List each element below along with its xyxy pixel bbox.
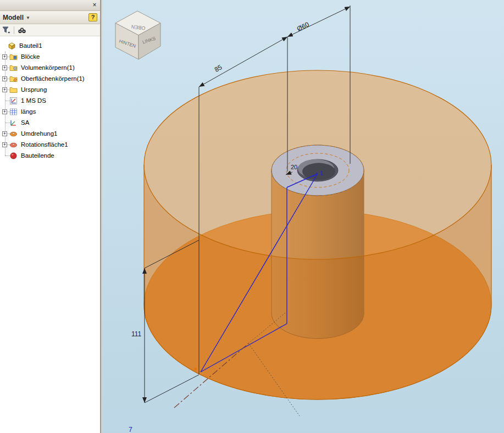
dimension-60-label[interactable]: Ø60: [296, 20, 311, 33]
expand-plus-icon[interactable]: +: [2, 76, 7, 81]
tree-item-label: Ursprung: [20, 86, 48, 93]
viewport-scene: OBEN HINTEN LINKS: [102, 0, 504, 433]
tree-item-label: Bauteilende: [20, 152, 56, 159]
sketch-grid-icon: [9, 108, 18, 116]
expand-plus-icon[interactable]: +: [2, 109, 7, 114]
dimension-85-label[interactable]: 85: [213, 63, 224, 74]
tree-item-ursprung[interactable]: + Ursprung: [0, 84, 100, 95]
tree-item-bauteil1[interactable]: Bauteil1: [0, 40, 100, 51]
tree-item-label: längs: [20, 108, 37, 115]
sketch-icon: [9, 97, 18, 105]
tree-item-label: Blöcke: [20, 53, 41, 60]
model-browser-panel: × Modell ▼ ? Bauteil1: [0, 0, 101, 433]
tree-item-label: SA: [20, 119, 30, 126]
surface-bodies-folder-icon: [9, 75, 18, 83]
revolve-surface-icon: [9, 141, 18, 149]
sketch-point-1-label: 1: [320, 170, 323, 176]
chevron-down-icon[interactable]: ▼: [26, 15, 30, 20]
tree-item-volumenkoerpern[interactable]: + Volumenkörpern(1): [0, 62, 100, 73]
browser-header[interactable]: Modell ▼ ?: [0, 11, 100, 24]
tree-item-label: Oberflächenkörpern(1): [20, 75, 86, 82]
part-icon: [8, 42, 16, 50]
expand-plus-icon[interactable]: +: [2, 54, 7, 59]
browser-titlebar: ×: [0, 0, 100, 11]
tree-item-sa[interactable]: SA: [0, 117, 100, 128]
close-panel-button[interactable]: ×: [91, 2, 98, 9]
3d-viewport[interactable]: OBEN HINTEN LINKS: [102, 0, 504, 433]
tree-item-label: Volumenkörpern(1): [20, 64, 76, 71]
tree-item-bloecke[interactable]: + Blöcke: [0, 51, 100, 62]
tree-item-label: Bauteil1: [18, 42, 43, 49]
browser-title: Modell: [3, 14, 24, 21]
expand-plus-icon[interactable]: +: [2, 131, 7, 136]
expand-plus-icon[interactable]: +: [2, 65, 7, 70]
expand-plus-icon[interactable]: +: [2, 87, 7, 92]
tree-item-oberflaechenkoerpern[interactable]: + Oberflächenkörpern(1): [0, 73, 100, 84]
browser-toolbar: [0, 24, 100, 36]
search-binoculars-icon[interactable]: [18, 26, 26, 34]
tree-item-label: Rotationsfläche1: [20, 141, 69, 148]
coordinate-system-icon: [9, 119, 18, 127]
sketch-point-marker[interactable]: [194, 368, 197, 370]
toolbar-separator: [14, 26, 14, 34]
filter-icon[interactable]: [2, 26, 10, 34]
blocks-folder-icon: [9, 53, 18, 61]
tree-item-1-ms-ds[interactable]: 1 MS DS: [0, 95, 100, 106]
dimension-111-label[interactable]: 111: [131, 330, 142, 338]
tree-item-label: Umdrehung1: [20, 130, 58, 137]
dimension-20-label[interactable]: 20: [291, 164, 297, 170]
expand-plus-icon[interactable]: +: [2, 142, 7, 147]
tree-item-rotationsflaeche1[interactable]: + Rotationsfläche1: [0, 139, 100, 150]
origin-folder-icon: [9, 86, 18, 94]
model-tree: Bauteil1 + Blöcke + Volumenkörpern(1) +: [0, 36, 100, 433]
tree-item-umdrehung1[interactable]: + Umdrehung1: [0, 128, 100, 139]
solid-bodies-folder-icon: [9, 64, 18, 72]
end-of-part-icon: [9, 152, 18, 160]
revolve-icon: [9, 130, 18, 138]
tree-item-label: 1 MS DS: [20, 97, 47, 104]
view-cube[interactable]: OBEN HINTEN LINKS: [115, 11, 160, 59]
help-button[interactable]: ?: [88, 13, 97, 21]
extension-line: [145, 375, 199, 403]
tree-item-laengs[interactable]: + längs: [0, 106, 100, 117]
tree-item-bauteilende[interactable]: Bauteilende: [0, 150, 100, 161]
sketch-7-label: 7: [129, 426, 132, 433]
dimension-60-line: [287, 7, 350, 37]
